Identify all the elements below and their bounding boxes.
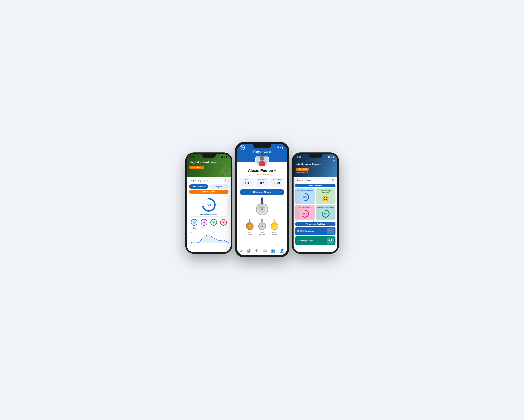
svg-text:50%: 50% (303, 196, 307, 198)
page-title: Player Card (240, 150, 284, 154)
left-phone: 9:41 ▲ ▮ ⚽ ‹ (185, 153, 232, 254)
left-status-icons: ▲ ▮ (221, 156, 227, 158)
dot-2 (315, 221, 316, 222)
player-team: TFC London (240, 173, 284, 176)
right-league-wrap: OPDL 2009 (296, 167, 335, 171)
center-time: 9:41 (241, 146, 245, 148)
stat-number: NUMBER 07 (255, 178, 269, 187)
svg-point-13 (260, 156, 264, 161)
right-date-row[interactable]: January 1 - October 1 📅 (295, 178, 335, 182)
triumph-label: TotalTriumph (247, 232, 253, 235)
competitive-edge-icon: ★ (192, 221, 196, 224)
circle-progress: 70% EQ Skills Completed (189, 195, 228, 216)
export-icon[interactable]: ↪ (333, 159, 335, 162)
master-label: StreakMaster (272, 232, 277, 235)
svg-text:❋: ❋ (213, 221, 214, 223)
stat-position: POSITION LW (270, 178, 284, 187)
tab-team-overview[interactable]: Team Overview (189, 184, 208, 189)
perf-header: Performance Analytics (295, 222, 335, 226)
left-content: July 1 - August 1, 2023 📅 Team Overview … (187, 177, 231, 247)
nav-group[interactable]: 👥 (270, 248, 276, 253)
journaling-circle-svg: 80% (321, 209, 330, 218)
tab-row: Team Overview Players (189, 184, 228, 189)
back-button[interactable]: ‹ EQ Skills Breakdown (189, 161, 228, 164)
nav-home[interactable]: ⌂ (239, 248, 243, 253)
number-value: 07 (256, 181, 268, 185)
center-battery-icon: ▮ (282, 146, 284, 148)
journal-img-placeholder: ⚽ (327, 238, 334, 244)
circle-label: EQ Skills Completed (200, 214, 217, 215)
player-stats: AGE 13 NUMBER 07 POSITION LW (237, 176, 287, 189)
chart-labels: 100% (189, 231, 228, 233)
right-content: January 1 - October 1 📅 Team Overview EQ… (294, 177, 337, 247)
teamwork-label: Teamwork (210, 226, 217, 228)
svg-text:🏆: 🏆 (248, 225, 251, 228)
teamwork-icon: ❋ (212, 221, 215, 224)
dot-3 (317, 221, 318, 222)
medal-streak-master: ⚡ StreakMaster (270, 219, 279, 235)
eq-circle-svg: 50% (300, 192, 310, 202)
journaling-patterns-item[interactable]: Journaling Patterns ⚽ (295, 236, 335, 245)
eq-label: EQ Skills Completion (297, 190, 313, 192)
battery-icon: ▮ (226, 156, 227, 158)
back-icon: ‹ (189, 161, 190, 163)
center-notch (253, 144, 271, 148)
stats-grid: EQ Skills Completion 50% Team Average We… (295, 189, 335, 220)
date-range-row[interactable]: July 1 - August 1, 2023 📅 (189, 178, 228, 183)
medal-optimism: ✿ Optimism (201, 219, 207, 229)
wellbeing-label: Team Average Wellbeing (317, 190, 334, 193)
right-phone: 9:41 ▲ ▮ ↪ (292, 153, 339, 254)
player-info: Alexis Pembe ✏ TFC London (237, 167, 287, 176)
position-value: LW (271, 181, 283, 185)
svg-text:♦: ♦ (223, 221, 224, 223)
right-status-icons: ▲ ▮ (328, 156, 334, 158)
player-section: Alexis Pembe ✏ TFC London AGE 13 NUMBER … (237, 156, 287, 237)
gold-medal-wrap: ⚡ (270, 219, 279, 231)
journaling-patterns-label: Journaling Patterns (297, 240, 314, 241)
nav-chart[interactable]: 📊 (246, 248, 252, 253)
trophy-icon: 🏆 (248, 224, 252, 228)
svg-text:60%: 60% (303, 213, 307, 215)
teamwork-medal: ❋ (210, 219, 217, 226)
habits-card: Habits Completion 60% (295, 205, 315, 220)
date-range-text: July 1 - August 1, 2023 (191, 180, 210, 182)
left-status-bar: 9:41 ▲ ▮ (187, 154, 231, 159)
medals-row: 🏆 TotalTriumph ★ (237, 217, 287, 237)
right-time: 9:41 (297, 156, 301, 158)
right-status-bar: 9:41 ▲ ▮ (294, 154, 337, 159)
journaling-label: Journaling Completion (317, 206, 334, 208)
right-wifi-icon: ▲ (330, 156, 332, 158)
svg-text:★: ★ (261, 225, 263, 227)
center-phone: 9:41 ▲ ▮ ? ⋮ Player Card (235, 142, 289, 257)
chart-area: 100% 75% (189, 230, 228, 246)
eq-breakdown-item[interactable]: EQ Skills Breakdown 🏃 (295, 227, 335, 235)
eq-img-placeholder: 🏃 (327, 228, 334, 234)
optimism-medal: ✿ (201, 219, 207, 226)
ultimate-medal (254, 197, 270, 217)
nav-person[interactable]: 👤 (279, 248, 285, 253)
age-label: AGE (241, 179, 253, 181)
chart-svg (189, 233, 228, 243)
nav-settings[interactable]: ⚙ (254, 248, 259, 253)
main-medal (237, 196, 287, 217)
journaling-img: ⚽ (327, 238, 334, 244)
league-badge-wrap: OPDL 2009 ▾ (189, 165, 228, 169)
lightning-icon: ⚡ (272, 224, 276, 228)
right-phone-inner: 9:41 ▲ ▮ ↪ (294, 154, 337, 252)
tab-players[interactable]: Players (209, 184, 228, 189)
optimism-icon: ✿ (202, 221, 206, 224)
eq-breakdown-img: 🏃 (327, 228, 334, 234)
bottom-nav: ⌂ 📊 ⚙ 📖 👥 👤 (237, 246, 287, 255)
habits-label: Habits Completion (298, 206, 312, 208)
left-phone-inner: 9:41 ▲ ▮ ⚽ ‹ (187, 154, 231, 252)
silver-medal-wrap: ★ (257, 219, 267, 231)
wifi-icon: ▲ (224, 156, 225, 158)
chart-100-label: 100% (190, 231, 193, 233)
edit-icon[interactable]: ✏ (274, 169, 276, 172)
streak-button[interactable]: Ultimate Streak (240, 189, 284, 195)
nav-book[interactable]: 📖 (262, 248, 268, 253)
center-status-icons: ▲ ▮ (278, 146, 284, 148)
silver-circle: ★ (258, 222, 266, 230)
left-hero-title: EQ Skills Breakdown (191, 161, 217, 164)
dot-1 (313, 221, 314, 222)
